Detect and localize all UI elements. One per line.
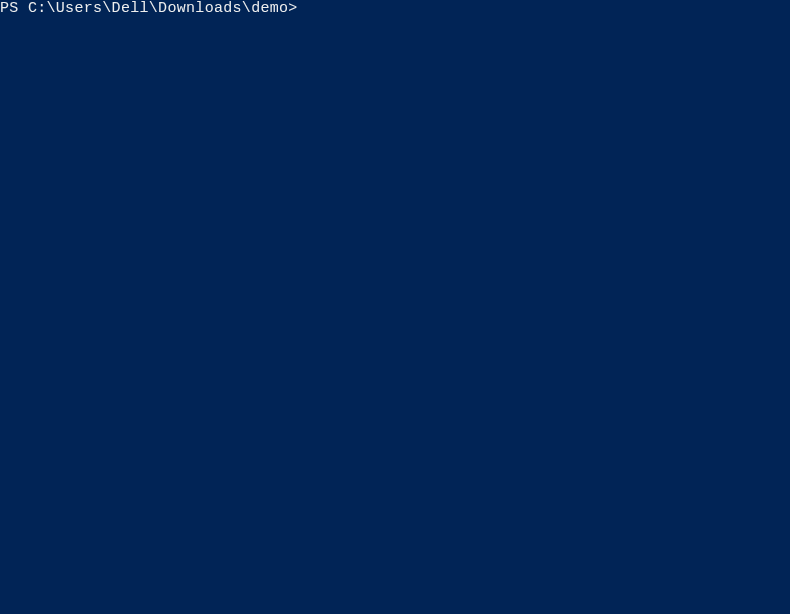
command-input[interactable] (298, 0, 790, 17)
prompt-text: PS C:\Users\Dell\Downloads\demo> (0, 0, 298, 17)
prompt-line: PS C:\Users\Dell\Downloads\demo> (0, 0, 790, 17)
powershell-terminal[interactable]: PS C:\Users\Dell\Downloads\demo> (0, 0, 790, 614)
